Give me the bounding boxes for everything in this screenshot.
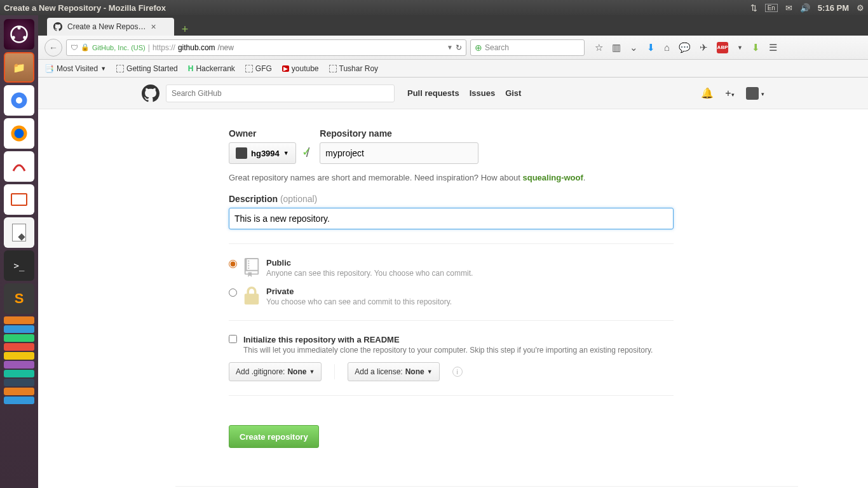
chat-icon[interactable]: 💬 [679,42,691,53]
unity-launcher: 📁 >_ S [0,15,38,488]
owner-avatar [236,147,247,159]
url-protocol: https:// [153,43,175,52]
private-title: Private [266,287,452,296]
notifications-bell-icon[interactable]: 🔔 [701,87,714,99]
user-menu[interactable]: ▾ [746,87,764,100]
bookmark-most-visited[interactable]: 📑 Most Visited ▼ [44,64,106,73]
svg-point-2 [12,36,15,39]
check-icon: ✓ [302,145,473,159]
repo-icon [243,258,260,277]
abp-dropdown[interactable]: ▼ [737,44,743,51]
pocket-icon[interactable]: ⌄ [630,42,638,53]
bookmark-hackerrank[interactable]: HHackerrank [188,64,235,73]
owner-name: hg3994 [251,149,280,158]
mail-icon[interactable]: ✉ [785,3,792,13]
abp-icon[interactable]: ABP [717,42,728,53]
init-readme-checkbox[interactable] [229,335,237,343]
firefox-tabstrip: Create a New Repos… × + [38,15,868,36]
launcher-terminal[interactable]: >_ [4,250,34,281]
reload-icon[interactable]: ↻ [456,43,462,52]
volume-icon[interactable]: 🔊 [800,3,810,13]
svg-point-5 [16,97,22,104]
ubuntu-top-panel: Create a New Repository - Mozilla Firefo… [0,0,868,15]
new-tab-button[interactable]: + [178,23,192,36]
bookmark-star-icon[interactable]: ☆ [595,42,603,53]
visibility-private[interactable]: Private You choose who can see and commi… [229,287,674,306]
firefox-searchbox[interactable]: ⊕ Search [470,39,585,56]
svg-point-1 [18,27,21,30]
keyboard-lang[interactable]: En [765,4,778,12]
bookmark-gfg[interactable]: GFG [245,64,272,73]
site-identity: GitHub, Inc. (US) [92,44,146,51]
launcher-app1[interactable] [4,151,34,182]
url-bar[interactable]: 🛡 🔒 GitHub, Inc. (US) | https://github.c… [66,39,466,56]
bookmark-youtube[interactable]: ▶youtube [282,64,319,73]
owner-select[interactable]: hg3994 ▼ [229,142,296,164]
url-domain: github.com [178,43,215,52]
lock-icon [243,287,260,306]
gear-icon[interactable]: ⚙ [857,3,864,13]
clock[interactable]: 5:16 PM [818,3,849,13]
shield-icon[interactable]: 🛡 [71,43,78,52]
tab-title: Create a New Repos… [67,22,146,31]
launcher-dash[interactable] [4,19,34,50]
private-desc: You choose who can see and commit to thi… [266,297,452,306]
launcher-gedit[interactable] [4,217,34,248]
visibility-public[interactable]: Public Anyone can see this repository. Y… [229,258,674,278]
license-select[interactable]: Add a license: None ▼ [348,362,439,381]
gitignore-select[interactable]: Add .gitignore: None ▼ [229,362,322,381]
browser-tab-active[interactable]: Create a New Repos… × [47,18,174,36]
nav-gist[interactable]: Gist [505,88,521,98]
github-logo-icon[interactable] [142,85,159,102]
nav-pull-requests[interactable]: Pull requests [407,88,459,98]
chevron-down-icon: ▼ [309,369,315,375]
github-search-input[interactable] [166,85,395,102]
launcher-files[interactable]: 📁 [4,52,34,83]
launcher-sublime[interactable]: S [4,283,34,314]
firefox-toolbar: ← 🛡 🔒 GitHub, Inc. (US) | https://github… [38,36,868,60]
repo-name-label: Repository name [320,128,478,139]
search-engine-icon: ⊕ [475,43,482,53]
create-new-icon[interactable]: +▾ [725,88,734,99]
bookmarks-toolbar: 📑 Most Visited ▼ Getting Started HHacker… [38,60,868,78]
tab-close-icon[interactable]: × [151,22,156,32]
chevron-down-icon: ▼ [283,150,289,156]
description-label: Description (optional) [229,194,674,204]
private-radio[interactable] [229,288,237,297]
public-desc: Anyone can see this repository. You choo… [266,269,473,278]
github-header: Pull requests Issues Gist 🔔 +▾ ▾ [38,78,868,109]
init-readme-row[interactable]: Initialize this repository with a README… [229,335,674,355]
init-title: Initialize this repository with a README [243,335,653,344]
public-radio[interactable] [229,260,237,268]
back-button[interactable]: ← [44,39,62,57]
lock-icon: 🔒 [81,43,90,51]
url-dropdown-icon[interactable]: ▼ [447,44,453,51]
owner-label: Owner [229,128,296,139]
create-repository-button[interactable]: Create repository [229,425,319,448]
info-icon[interactable]: i [452,367,463,377]
name-hint: Great repository names are short and mem… [229,173,674,182]
bookmark-getting-started[interactable]: Getting Started [116,64,178,73]
launcher-firefox[interactable] [4,118,34,149]
download-icon[interactable]: ⬇ [752,42,760,53]
public-title: Public [266,258,473,268]
svg-point-3 [23,36,26,39]
network-icon[interactable]: ⇅ [750,3,757,13]
chevron-down-icon: ▼ [427,369,433,375]
nav-issues[interactable]: Issues [470,88,495,98]
description-input[interactable] [229,208,674,229]
bookmark-tushar-roy[interactable]: Tushar Roy [329,64,379,73]
reader-icon[interactable]: ▥ [612,42,621,53]
octocat-icon [53,22,62,31]
download-arrow-icon[interactable]: ⬇ [647,42,655,53]
search-placeholder: Search [485,43,509,52]
launcher-impress[interactable] [4,184,34,215]
name-suggestion[interactable]: squealing-woof [522,173,583,182]
launcher-chrome[interactable] [4,85,34,116]
svg-point-7 [15,129,24,139]
send-icon[interactable]: ✈ [700,42,708,53]
launcher-stack[interactable] [4,316,34,404]
init-desc: This will let you immediately clone the … [243,346,653,355]
home-icon[interactable]: ⌂ [664,42,670,53]
hamburger-menu-icon[interactable]: ☰ [769,42,777,53]
